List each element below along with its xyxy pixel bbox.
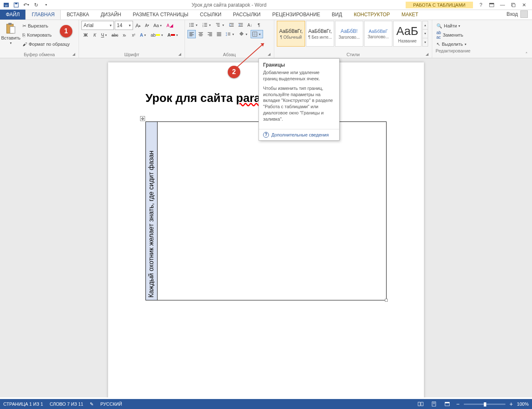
table-resize-handle-icon[interactable]: [385, 299, 388, 302]
tab-view[interactable]: ВИД: [326, 10, 348, 20]
tooltip-more-link[interactable]: ? Дополнительные сведения: [259, 129, 339, 140]
styles-launcher-icon[interactable]: ◢: [424, 52, 429, 57]
bullets-button[interactable]: ▾: [187, 21, 200, 29]
bold-button[interactable]: Ж: [81, 31, 90, 39]
tab-file[interactable]: ФАЙЛ: [0, 10, 25, 20]
table-move-handle-icon[interactable]: ✥: [140, 116, 145, 121]
align-right-button[interactable]: [206, 30, 214, 38]
zoom-level[interactable]: 100%: [517, 402, 529, 407]
shrink-font-button[interactable]: A▾: [143, 21, 151, 30]
grow-font-button[interactable]: A▴: [134, 21, 142, 30]
italic-button[interactable]: К: [91, 31, 99, 39]
underline-button[interactable]: Ч▾: [100, 31, 109, 39]
shading-button[interactable]: ▾: [237, 30, 250, 38]
justify-button[interactable]: [215, 30, 223, 38]
status-language[interactable]: РУССКИЙ: [100, 402, 122, 407]
minimize-icon[interactable]: —: [498, 1, 507, 9]
rotated-cell-text: Каждый охотник желает знать, где сидит ф…: [148, 151, 155, 297]
borders-button[interactable]: ▾: [251, 30, 263, 38]
status-words[interactable]: СЛОВО 7 ИЗ 11: [50, 402, 84, 407]
proofing-icon[interactable]: ✎: [90, 402, 94, 407]
tab-review[interactable]: РЕЦЕНЗИРОВАНИЕ: [266, 10, 326, 20]
qat-customize-icon[interactable]: ▾: [42, 1, 51, 9]
tab-page-layout[interactable]: РАЗМЕТКА СТРАНИЦЫ: [127, 10, 195, 20]
font-color-icon: A: [167, 32, 171, 37]
change-case-button[interactable]: Aa▾: [152, 21, 164, 30]
style-normal[interactable]: АаБбВвГг,¶ Обычный: [277, 21, 305, 47]
svg-rect-20: [204, 25, 207, 25]
font-color-button[interactable]: A▾: [166, 31, 180, 39]
status-page[interactable]: СТРАНИЦА 1 ИЗ 1: [3, 402, 43, 407]
svg-rect-25: [217, 26, 219, 27]
svg-rect-33: [190, 33, 192, 34]
style-no-spacing[interactable]: АаБбВвГг,¶ Без инте...: [306, 21, 334, 47]
font-size-combo[interactable]: 14▾: [115, 21, 133, 30]
find-button[interactable]: 🔍Найти▾: [435, 22, 471, 30]
tab-table-design[interactable]: КОНСТРУКТОР: [348, 10, 396, 20]
zoom-slider[interactable]: [464, 404, 505, 405]
user-avatar-icon: [520, 10, 528, 18]
numbering-button[interactable]: 123▾: [201, 21, 213, 29]
replace-icon: abac: [436, 30, 441, 40]
print-layout-icon[interactable]: [429, 400, 438, 408]
chevron-down-icon[interactable]: ▾: [108, 23, 113, 27]
close-icon[interactable]: ✕: [520, 1, 529, 9]
styles-scroll-up-icon[interactable]: ▴: [423, 21, 428, 30]
collapse-ribbon-icon[interactable]: ˄: [524, 51, 530, 57]
sort-button[interactable]: A↓: [246, 21, 254, 29]
select-button[interactable]: ↖Выделить▾: [435, 40, 471, 48]
style-heading2[interactable]: АаБбВвГЗаголово...: [364, 21, 392, 47]
tab-home[interactable]: ГЛАВНАЯ: [25, 10, 61, 20]
tab-table-layout[interactable]: МАКЕТ: [396, 10, 424, 20]
line-spacing-button[interactable]: ▾: [224, 30, 236, 38]
maximize-icon[interactable]: [509, 1, 518, 9]
zoom-slider-thumb[interactable]: [484, 402, 486, 407]
help-icon[interactable]: ?: [476, 1, 485, 9]
style-title[interactable]: АаБНазвание: [393, 21, 421, 47]
increase-indent-button[interactable]: [236, 21, 245, 29]
highlight-button[interactable]: ab▾: [149, 31, 165, 39]
zoom-out-icon[interactable]: −: [456, 401, 459, 407]
read-mode-icon[interactable]: [416, 400, 425, 408]
show-hide-button[interactable]: ¶: [255, 21, 263, 29]
redo-icon[interactable]: ↻: [32, 1, 41, 9]
login-link[interactable]: Вход: [502, 9, 532, 20]
text-effects-button[interactable]: A▾: [138, 31, 148, 39]
clear-formatting-button[interactable]: A◢: [165, 21, 174, 30]
table-cell-empty[interactable]: [158, 122, 386, 300]
styles-scroll-down-icon[interactable]: ▾: [423, 30, 428, 38]
font-family-combo[interactable]: Arial▾: [81, 21, 114, 30]
save-icon[interactable]: [12, 1, 21, 9]
style-heading1[interactable]: АаБбВ!Заголово...: [335, 21, 363, 47]
superscript-button[interactable]: x²: [129, 31, 138, 39]
align-left-button[interactable]: [187, 30, 196, 38]
multilevel-list-button[interactable]: ▾: [214, 21, 227, 29]
web-layout-icon[interactable]: [443, 400, 452, 408]
document-table[interactable]: ✥ Каждый охотник желает знать, где сидит…: [145, 121, 387, 300]
replace-button[interactable]: abacЗаменить: [435, 31, 471, 39]
font-launcher-icon[interactable]: ◢: [177, 52, 182, 57]
decrease-indent-button[interactable]: [227, 21, 236, 29]
table-cell-rotated[interactable]: Каждый охотник желает знать, где сидит ф…: [146, 122, 158, 300]
eraser-icon: A◢: [166, 23, 172, 28]
tab-design[interactable]: ДИЗАЙН: [95, 10, 127, 20]
paste-button[interactable]: Вставить ▾: [2, 21, 19, 47]
find-label: Найти: [444, 23, 457, 28]
svg-rect-22: [204, 26, 207, 27]
ribbon-display-icon[interactable]: [487, 1, 496, 9]
zoom-in-icon[interactable]: +: [510, 401, 513, 407]
tab-references[interactable]: ССЫЛКИ: [194, 10, 227, 20]
select-label: Выделить: [442, 42, 463, 47]
tab-mailings[interactable]: РАССЫЛКИ: [227, 10, 266, 20]
tab-insert[interactable]: ВСТАВКА: [61, 10, 95, 20]
subscript-button[interactable]: x₂: [120, 31, 128, 39]
align-center-button[interactable]: [197, 30, 205, 38]
strikethrough-button[interactable]: abc: [110, 31, 119, 39]
undo-icon[interactable]: ↶▾: [22, 1, 31, 9]
word-icon: W: [2, 1, 11, 9]
clipboard-launcher-icon[interactable]: ◢: [71, 52, 76, 57]
format-painter-button[interactable]: 🖌Формат по образцу: [21, 40, 71, 48]
styles-expand-icon[interactable]: ▾: [423, 38, 428, 46]
window-controls: ? — ✕: [473, 1, 532, 9]
chevron-down-icon[interactable]: ▾: [127, 23, 133, 27]
